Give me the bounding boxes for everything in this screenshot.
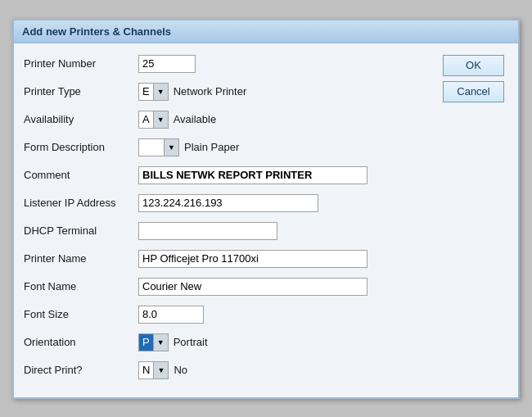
listener-ip-label: Listener IP Address	[24, 197, 138, 209]
printer-number-control	[138, 55, 435, 73]
font-name-control	[138, 278, 435, 296]
form-description-value	[139, 139, 164, 156]
cancel-button[interactable]: Cancel	[443, 81, 504, 102]
font-name-row: Font Name	[24, 276, 435, 297]
font-name-label: Font Name	[24, 280, 138, 292]
availability-row: Availability A ▼ Available	[24, 109, 435, 130]
printer-name-input[interactable]	[138, 250, 367, 268]
printer-type-value: E	[139, 84, 153, 100]
comment-input[interactable]	[138, 166, 367, 184]
direct-print-description: No	[174, 364, 187, 376]
orientation-description: Portrait	[174, 336, 208, 348]
orientation-select[interactable]: P ▼	[138, 333, 169, 351]
dialog-body: Printer Number Printer Type E ▼ Network …	[14, 43, 518, 397]
form-description-arrow[interactable]: ▼	[164, 139, 178, 156]
dhcp-terminal-control	[138, 222, 435, 240]
font-size-control	[138, 306, 435, 324]
printer-type-control: E ▼ Network Printer	[138, 83, 435, 101]
orientation-control: P ▼ Portrait	[138, 333, 435, 351]
printer-number-label: Printer Number	[24, 57, 138, 70]
availability-description: Available	[174, 113, 217, 125]
form-description-text: Plain Paper	[184, 141, 239, 153]
orientation-arrow[interactable]: ▼	[153, 334, 168, 351]
printer-number-input[interactable]	[138, 55, 196, 73]
orientation-label: Orientation	[24, 336, 138, 348]
button-area: OK Cancel	[443, 53, 508, 388]
form-description-control: ▼ Plain Paper	[138, 138, 435, 156]
form-description-row: Form Description ▼ Plain Paper	[24, 137, 435, 158]
form-description-select[interactable]: ▼	[138, 138, 179, 156]
printer-name-row: Printer Name	[24, 248, 435, 270]
printer-number-row: Printer Number	[24, 53, 435, 75]
dhcp-terminal-row: DHCP Terminal	[24, 220, 435, 242]
comment-row: Comment	[24, 165, 435, 186]
dialog-title: Add new Printers & Channels	[14, 20, 518, 43]
orientation-value: P	[139, 334, 153, 351]
printer-type-arrow[interactable]: ▼	[153, 84, 168, 100]
direct-print-row: Direct Print? N ▼ No	[24, 360, 435, 381]
availability-label: Availability	[24, 113, 138, 125]
printer-type-select[interactable]: E ▼	[138, 83, 169, 101]
printer-type-label: Printer Type	[24, 85, 138, 97]
printer-type-row: Printer Type E ▼ Network Printer	[24, 81, 435, 102]
dhcp-terminal-label: DHCP Terminal	[24, 224, 138, 237]
availability-select[interactable]: A ▼	[138, 111, 169, 129]
dhcp-terminal-input[interactable]	[138, 222, 277, 240]
font-size-label: Font Size	[24, 308, 138, 320]
printer-name-label: Printer Name	[24, 252, 138, 265]
font-size-input[interactable]	[138, 306, 204, 324]
form-description-label: Form Description	[24, 141, 138, 153]
direct-print-select[interactable]: N ▼	[138, 361, 169, 379]
printer-name-control	[138, 250, 435, 268]
listener-ip-control	[138, 194, 435, 212]
comment-label: Comment	[24, 169, 138, 181]
direct-print-arrow[interactable]: ▼	[153, 362, 168, 378]
direct-print-control: N ▼ No	[138, 361, 435, 379]
availability-value: A	[139, 111, 153, 128]
listener-ip-input[interactable]	[138, 194, 318, 212]
direct-print-value: N	[139, 362, 153, 378]
ok-button[interactable]: OK	[443, 55, 504, 76]
direct-print-label: Direct Print?	[24, 364, 138, 376]
font-size-row: Font Size	[24, 304, 435, 325]
printer-type-description: Network Printer	[174, 85, 247, 97]
listener-ip-row: Listener IP Address	[24, 193, 435, 214]
orientation-row: Orientation P ▼ Portrait	[24, 332, 435, 353]
font-name-input[interactable]	[138, 278, 367, 296]
comment-control	[138, 166, 435, 184]
availability-control: A ▼ Available	[138, 111, 435, 129]
form-area: Printer Number Printer Type E ▼ Network …	[24, 53, 435, 388]
add-printers-dialog: Add new Printers & Channels Printer Numb…	[12, 19, 520, 399]
availability-arrow[interactable]: ▼	[153, 111, 168, 128]
